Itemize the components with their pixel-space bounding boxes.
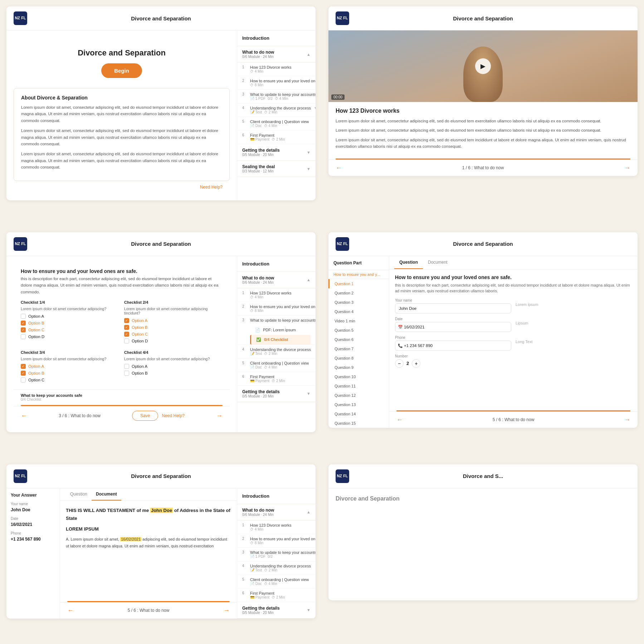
question-sidebar-item-12[interactable]: Question 12 — [328, 391, 389, 400]
question-sidebar-item-3[interactable]: Question 3 — [328, 298, 389, 307]
nav-bar: ← 1 / 6 : What to do now → — [328, 160, 638, 176]
answer-sidebar: Your Answer Your name John Doe Date 16/0… — [6, 488, 60, 619]
logo: NZ FL — [14, 11, 27, 25]
video-thumbnail[interactable]: ▶ 00:00 — [328, 30, 638, 102]
panel3-nav-prev[interactable]: ← — [21, 412, 27, 420]
checkbox-checked-5[interactable]: ✓ — [124, 332, 129, 337]
breadcrumb[interactable]: How to ensure you and y... — [328, 270, 389, 279]
question-sidebar-item-8[interactable]: Question 8 — [328, 353, 389, 363]
question-sidebar-item-10[interactable]: Question 10 — [328, 372, 389, 381]
number-decrement[interactable]: − — [395, 359, 404, 368]
checklist-sub-item[interactable]: ✅ 0/4 Checklist — [250, 335, 311, 345]
checklist-item[interactable]: ✓ Option C — [21, 327, 119, 332]
panel5-sidebar-section[interactable]: What to do now 0/6 Module · 24 Min ▲ — [237, 504, 316, 521]
question-sidebar-item-4[interactable]: Question 4 — [328, 307, 389, 316]
checkbox-checked-4[interactable]: ✓ — [124, 325, 129, 330]
panel4-nav-prev[interactable]: ← — [396, 416, 403, 424]
need-help-link[interactable]: Need Help? — [14, 181, 230, 193]
question-sidebar-item-14[interactable]: Question 14 — [328, 409, 389, 419]
panel5-sidebar-item-6[interactable]: 6 First Payment 💳 Payment⏱ 2 Min — [237, 589, 316, 602]
about-text-2: Lorem ipsum dolor sit amet, consectetur … — [21, 127, 222, 147]
checkbox-checked-2[interactable]: ✓ — [21, 327, 26, 332]
checklist-item[interactable]: Option B — [124, 371, 223, 376]
sidebar-item-5[interactable]: 5 Client onboarding | Question view 📄 Do… — [237, 117, 316, 131]
question-sidebar-item-2[interactable]: Question 2 — [328, 288, 389, 298]
play-button[interactable]: ▶ — [475, 58, 491, 74]
panel3-sidebar-item-4[interactable]: 4 Understanding the divorce process 📝 Te… — [237, 345, 316, 358]
checkbox-2[interactable] — [21, 334, 26, 339]
panel4-nav-next[interactable]: → — [624, 416, 630, 424]
checklist-item[interactable]: ✓ Option A — [124, 318, 223, 323]
name-side-label: Lorem ipsum — [516, 299, 632, 307]
checklist-item[interactable]: ✓ Option C — [124, 332, 223, 337]
checkbox-3[interactable] — [124, 338, 129, 343]
panel5-nav-next[interactable]: → — [223, 607, 230, 614]
panel5-sidebar-item-2[interactable]: 2 How to ensure you and your loved ones … — [237, 534, 316, 548]
checklist-item[interactable]: ✓ Option B — [21, 321, 119, 326]
checklist-item[interactable]: Option A — [21, 314, 119, 319]
checklist-item[interactable]: Option C — [21, 377, 119, 382]
doc-tab-document[interactable]: Document — [92, 488, 121, 501]
question-sidebar-item-13[interactable]: Question 13 — [328, 400, 389, 409]
panel3-sidebar-section[interactable]: What to do now 0/6 Module · 24 Min ▲ — [237, 272, 316, 288]
sidebar-item-3[interactable]: 3 What to update to keep your accounts s… — [237, 90, 316, 103]
panel5-sidebar-item-3[interactable]: 3 What to update to keep your accounts s… — [237, 548, 316, 561]
checklist-item[interactable]: ✓ Option B — [124, 325, 223, 330]
checklist-item[interactable]: Option D — [124, 338, 223, 343]
checklist-item[interactable]: ✓ Option B — [21, 371, 119, 376]
tab-document[interactable]: Document — [423, 256, 453, 269]
checklist-item[interactable]: Option A — [124, 364, 223, 369]
question-sidebar-item-15[interactable]: Question 15 — [328, 419, 389, 428]
checkbox-6[interactable] — [124, 371, 129, 376]
question-sidebar-item-video[interactable]: Video 1 min — [328, 316, 389, 326]
checkbox-4[interactable] — [21, 377, 26, 382]
sidebar-item-6[interactable]: 6 First Payment 💳 Payment⏱ 2 Min — [237, 131, 316, 144]
checklist-item[interactable]: ✓ Option A — [21, 364, 119, 369]
phone-input[interactable] — [395, 341, 511, 351]
number-increment[interactable]: + — [412, 359, 420, 368]
panel3-sidebar-item-5[interactable]: 5 Client onboarding | Question view 📄 Do… — [237, 358, 316, 372]
panel3-sidebar-item-6[interactable]: 6 First Payment 💳 Payment⏱ 2 Min — [237, 372, 316, 386]
panel3-sidebar-item-2[interactable]: 2 How to ensure you and your loved ones … — [237, 302, 316, 316]
sidebar-item-4[interactable]: 4 Understanding the divorce process 📝 Te… — [237, 103, 316, 117]
sidebar-section-getting-details[interactable]: Getting the details 0/5 Module · 20 Min … — [237, 144, 316, 161]
checkbox-checked-7[interactable]: ✓ — [21, 371, 26, 376]
question-sidebar-item-7[interactable]: Question 7 — [328, 344, 389, 353]
question-sidebar-item-1[interactable]: Question 1 — [328, 279, 389, 288]
panel5-sidebar-item-4[interactable]: 4 Understanding the divorce process 📝 Te… — [237, 561, 316, 575]
panel3-nav-next[interactable]: → — [216, 412, 223, 420]
date-input[interactable] — [395, 322, 511, 332]
panel3-sidebar-item-3[interactable]: 3 What to update to keep your accounts s… — [237, 316, 316, 345]
nav-prev-button[interactable]: ← — [336, 164, 342, 172]
question-sidebar-item-6[interactable]: Question 6 — [328, 335, 389, 344]
sidebar-item-2[interactable]: 2 How to ensure you and your loved ones … — [237, 76, 316, 90]
checkbox-checked-3[interactable]: ✓ — [124, 318, 129, 323]
question-sidebar-item-5[interactable]: Question 5 — [328, 326, 389, 335]
number-field-group: Number − 2 + — [395, 354, 632, 368]
panel5-nav-prev[interactable]: ← — [67, 607, 74, 614]
question-sidebar-item-11[interactable]: Question 11 — [328, 381, 389, 391]
checkbox-5[interactable] — [124, 364, 129, 369]
sidebar-item-1[interactable]: 1 How 123 Divorce works ⏱ 4 Min — [237, 63, 316, 76]
begin-button[interactable]: Begin — [101, 63, 142, 78]
panel5-sidebar-getting-details[interactable]: Getting the details 0/5 Module · 20 Min … — [237, 602, 316, 619]
checkbox-checked-6[interactable]: ✓ — [21, 364, 26, 369]
checklist-item[interactable]: Option D — [21, 334, 119, 339]
nav-next-button[interactable]: → — [624, 164, 630, 172]
checkbox[interactable] — [21, 314, 26, 319]
logo-4: NZ FL — [336, 237, 349, 251]
tab-question[interactable]: Question — [394, 256, 423, 269]
panel3-sidebar-item-1[interactable]: 1 How 123 Divorce works ⏱ 4 Min — [237, 288, 316, 302]
panel3-sidebar-getting-details[interactable]: Getting the details 0/5 Module · 20 Min … — [237, 386, 316, 402]
sidebar-section-what-to-do[interactable]: What to do now 0/6 Module · 24 Min ▲ — [237, 46, 316, 63]
save-button[interactable]: Save — [132, 411, 158, 421]
question-sidebar-item-9[interactable]: Question 9 — [328, 363, 389, 372]
doc-tab-question[interactable]: Question — [66, 488, 92, 501]
panel3-need-help[interactable]: Need Help? — [162, 413, 184, 418]
checkbox-checked[interactable]: ✓ — [21, 321, 26, 326]
sidebar-section-sealing[interactable]: Sealing the deal 0/3 Module · 12 Min ▼ — [237, 161, 316, 177]
name-input[interactable] — [395, 303, 511, 313]
pdf-sub-item[interactable]: 📄 PDF: Lorem ipsum — [250, 325, 311, 335]
panel5-sidebar-item-5[interactable]: 5 Client onboarding | Question view 📄 Do… — [237, 575, 316, 589]
panel5-sidebar-item-1[interactable]: 1 How 123 Divorce works ⏱ 4 Min — [237, 521, 316, 534]
